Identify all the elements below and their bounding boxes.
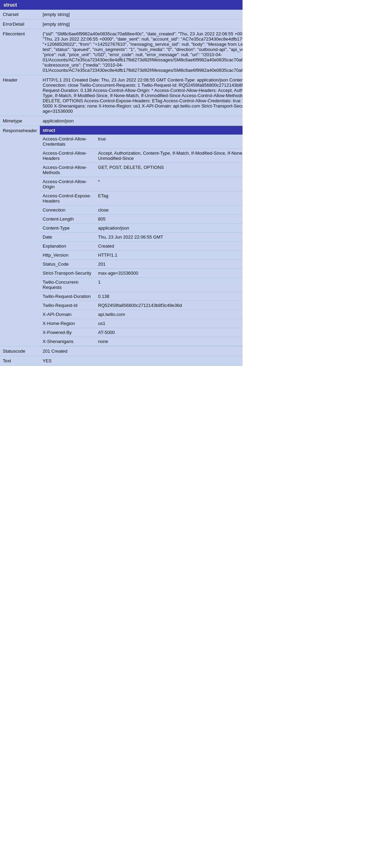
field-key: Statuscode — [0, 346, 40, 356]
nested-table-row: Twilio-Request-IdRQ52459fa856800c2712143… — [40, 301, 243, 310]
nested-field-key: Strict-Transport-Security — [40, 269, 95, 278]
nested-table-row: Access-Control-Allow-Origin* — [40, 177, 243, 191]
nested-field-value: AT-5000 — [95, 328, 243, 337]
nested-field-key: Http_Version — [40, 251, 95, 260]
nested-field-key: Access-Control-Allow-Methods — [40, 163, 95, 177]
nested-field-key: Access-Control-Allow-Origin — [40, 177, 95, 191]
field-key: ErrorDetail — [0, 19, 40, 29]
table-row: Text YES — [0, 356, 243, 366]
nested-field-value: HTTP/1.1 — [95, 251, 243, 260]
nested-field-key: Content-Length — [40, 215, 95, 224]
field-value: [empty string] — [40, 10, 243, 19]
nested-table-row: Content-Length805 — [40, 215, 243, 224]
nested-table-row: X-Shenanigansnone — [40, 337, 243, 346]
nested-table-row: X-Powered-ByAT-5000 — [40, 328, 243, 337]
nested-field-value: none — [95, 337, 243, 346]
table-row: Charset [empty string] — [0, 10, 243, 19]
nested-field-value: application/json — [95, 224, 243, 233]
table-row: Statuscode 201 Created — [0, 346, 243, 356]
nested-field-key: Access-Control-Allow-Credentials — [40, 135, 95, 149]
field-value: {"sid": "SM8c6ae6f9982a40e0835cac70a68ee… — [40, 29, 243, 75]
nested-table-row: X-Home-Regionus1 — [40, 319, 243, 328]
nested-table-row: Status_Code201 — [40, 260, 243, 269]
struct-header: struct — [0, 0, 243, 10]
nested-field-key: Status_Code — [40, 260, 95, 269]
nested-field-key: Connection — [40, 206, 95, 215]
nested-field-key: X-Home-Region — [40, 319, 95, 328]
table-row: ErrorDetail [empty string] — [0, 19, 243, 29]
field-value: YES — [40, 356, 243, 366]
field-value: application/json — [40, 116, 243, 126]
nested-field-value: GET, POST, DELETE, OPTIONS — [95, 163, 243, 177]
nested-table-row: Access-Control-Allow-HeadersAccept, Auth… — [40, 149, 243, 163]
nested-field-key: Content-Type — [40, 224, 95, 233]
nested-field-key: Twilio-Request-Duration — [40, 292, 95, 301]
nested-table-row: Twilio-Request-Duration0.138 — [40, 292, 243, 301]
field-key: Charset — [0, 10, 40, 19]
nested-field-key: Twilio-Concurrent-Requests — [40, 278, 95, 292]
nested-field-value: ETag — [95, 191, 243, 206]
nested-table: Access-Control-Allow-CredentialstrueAcce… — [40, 135, 243, 346]
field-key: Filecontent — [0, 29, 40, 75]
nested-table-row: X-API-Domainapi.twilio.com — [40, 310, 243, 319]
field-value: 201 Created — [40, 346, 243, 356]
field-key: Mimetype — [0, 116, 40, 126]
nested-field-value: api.twilio.com — [95, 310, 243, 319]
nested-table-row: Http_VersionHTTP/1.1 — [40, 251, 243, 260]
nested-field-key: X-Shenanigans — [40, 337, 95, 346]
nested-field-value: us1 — [95, 319, 243, 328]
table-row: Filecontent {"sid": "SM8c6ae6f9982a40e08… — [0, 29, 243, 75]
table-row: Header HTTP/1.1 201 Created Date: Thu, 2… — [0, 75, 243, 116]
nested-field-key: Access-Control-Expose-Headers — [40, 191, 95, 206]
table-row: Mimetype application/json — [0, 116, 243, 126]
nested-field-key: X-Powered-By — [40, 328, 95, 337]
field-key: Responseheader — [0, 126, 40, 346]
field-key: Text — [0, 356, 40, 366]
nested-table-row: Access-Control-Allow-MethodsGET, POST, D… — [40, 163, 243, 177]
nested-table-row: Twilio-Concurrent-Requests1 — [40, 278, 243, 292]
nested-table-row: Connectionclose — [40, 206, 243, 215]
nested-field-value: max-age=31536000 — [95, 269, 243, 278]
nested-table-row: Strict-Transport-Securitymax-age=3153600… — [40, 269, 243, 278]
nested-table-row: Access-Control-Expose-HeadersETag — [40, 191, 243, 206]
nested-field-value: 805 — [95, 215, 243, 224]
nested-field-value: Thu, 23 Jun 2022 22:06:55 GMT — [95, 233, 243, 242]
nested-table-row: Content-Typeapplication/json — [40, 224, 243, 233]
struct-container: struct Charset [empty string] ErrorDetai… — [0, 0, 243, 366]
nested-field-value: RQ52459fa856800c2712143b8f3c49e36d — [95, 301, 243, 310]
nested-field-value: 0.138 — [95, 292, 243, 301]
nested-field-key: Explanation — [40, 242, 95, 251]
nested-field-value: Accept, Authorization, Content-Type, If-… — [95, 149, 243, 163]
nested-field-key: Access-Control-Allow-Headers — [40, 149, 95, 163]
nested-table-row: DateThu, 23 Jun 2022 22:06:55 GMT — [40, 233, 243, 242]
nested-struct-container: struct Access-Control-Allow-Credentialst… — [40, 126, 243, 346]
nested-field-key: Date — [40, 233, 95, 242]
field-value: HTTP/1.1 201 Created Date: Thu, 23 Jun 2… — [40, 75, 243, 116]
nested-table-row: Access-Control-Allow-Credentialstrue — [40, 135, 243, 149]
nested-struct-cell: struct Access-Control-Allow-Credentialst… — [40, 126, 243, 346]
nested-table-row: ExplanationCreated — [40, 242, 243, 251]
nested-struct-header: struct — [40, 126, 243, 135]
nested-field-value: * — [95, 177, 243, 191]
nested-field-value: 201 — [95, 260, 243, 269]
field-key: Header — [0, 75, 40, 116]
nested-field-value: true — [95, 135, 243, 149]
table-row-responseheader: Responseheader struct Access-Control-All… — [0, 126, 243, 346]
main-table: Charset [empty string] ErrorDetail [empt… — [0, 10, 243, 366]
nested-field-key: X-API-Domain — [40, 310, 95, 319]
nested-field-key: Twilio-Request-Id — [40, 301, 95, 310]
nested-field-value: 1 — [95, 278, 243, 292]
nested-field-value: Created — [95, 242, 243, 251]
nested-field-value: close — [95, 206, 243, 215]
field-value: [empty string] — [40, 19, 243, 29]
